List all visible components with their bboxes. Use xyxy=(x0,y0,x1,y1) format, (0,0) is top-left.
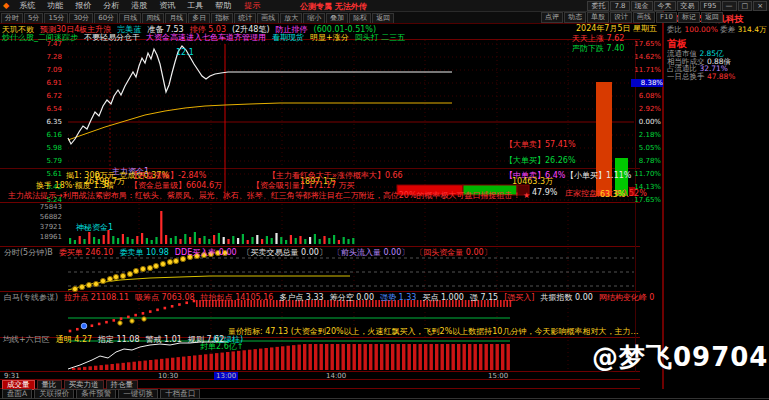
anno-row2-1: 63.3% xyxy=(600,190,625,199)
p1-annotation-12: 47.9% xyxy=(532,188,557,197)
info2-seg-5: 回头打 二三五 xyxy=(355,32,406,43)
panel4-indicator-header: 白马(专线参谋)拉升点 21108.11吸筹点 7063.08拉抬起点 1410… xyxy=(4,292,660,303)
pct-tick-2: 11.71% xyxy=(631,66,661,74)
pct-tick-0: 17.65% xyxy=(631,40,661,48)
p4-row2-seg-0: 均线+六日区 xyxy=(3,334,50,345)
p4-row2-seg-4: 规则 7.62 xyxy=(188,334,224,345)
price-tick-6: 6.35 xyxy=(2,118,62,126)
tab2-关联报价[interactable]: 关联报价 xyxy=(34,389,74,399)
vol-tick-3: 18961 xyxy=(2,233,62,241)
p4-header-seg-2: 吸筹点 7063.08 xyxy=(135,292,195,303)
pct-tick-9: 8.78% xyxy=(631,157,661,165)
weicha-value: 314.4万 xyxy=(738,25,767,34)
p3-header-seg-5: 〔前头流入量 0.00〕 xyxy=(333,247,409,258)
p3-header-seg-4: 〔买卖交易总量 0.00〕 xyxy=(243,247,327,258)
p1-annotation-5: 【大单卖】57.41% xyxy=(505,139,576,150)
weicha-label: 委差 xyxy=(720,25,735,34)
quote-metric-3: 一日总换手 47.88% xyxy=(667,72,767,82)
time-label-2[interactable]: 13:00 xyxy=(214,372,238,380)
anno-row2-0: 主力战法提示→利用战法紧密布局：红铁头、紫辰风、晨光、冰石、张琴、红三角等都将注… xyxy=(8,190,530,201)
p4-header-seg-11: 网结构变化峰 0 xyxy=(599,292,655,303)
time-label-0: 9:31 xyxy=(4,372,20,380)
pct-tick-1: 14.62% xyxy=(631,53,661,61)
window-title: 公测专属 无法外传 xyxy=(300,1,367,12)
panel3-indicator-header: 分时(5分钟)B委买单 246.10委卖单 10.98DDE买入率 0.00〔买… xyxy=(4,247,498,258)
trading-terminal-window: ◆ 系统功能报价分析港股资讯工具帮助 提示 委托7.8现金今天交易F95—□× … xyxy=(0,0,769,400)
p4-row2-seg-1: 通明 4.27 xyxy=(56,334,92,345)
toolbar-right-button-6[interactable]: 标记 xyxy=(678,12,700,23)
price-tick-5: 6.54 xyxy=(2,105,62,113)
price-tick-3: 6.91 xyxy=(2,79,62,87)
vol-tick-0: 75843 xyxy=(2,203,62,211)
price-tick-8: 5.98 xyxy=(2,144,62,152)
p4-header-seg-9: [强买入] xyxy=(504,292,534,303)
p4-header-seg-7: 买点 1.000 xyxy=(422,292,463,303)
weibi-value: 100.00% xyxy=(684,25,717,34)
p3-header-seg-1: 委买单 246.10 xyxy=(59,247,114,258)
pct-tick-8: 5.05% xyxy=(631,144,661,152)
toolbar-right-button-2[interactable]: 单股 xyxy=(587,12,609,23)
tab2-盘面A[interactable]: 盘面A xyxy=(2,389,32,399)
vol-tick-1: 56882 xyxy=(2,213,62,221)
info2-seg-1: 不要轻易分仓干 xyxy=(84,32,140,43)
p4-row2-seg-2: 指定 11.08 xyxy=(98,334,139,345)
tab2-一键切换[interactable]: 一键切换 xyxy=(118,389,158,399)
info2-seg-4: 明显+涨分 xyxy=(310,32,349,43)
p3-header-seg-2: 委卖单 10.98 xyxy=(119,247,168,258)
p4-header-seg-8: 强 7.15 xyxy=(470,292,498,303)
limit-down-label: 严防下跌 7.40 xyxy=(572,43,624,54)
info2-seg-3: 看期现货 xyxy=(272,32,304,43)
p1-annotation-11: 10463.3万 xyxy=(512,176,553,187)
panel-note-0: 量价指标: 47.13 (大资金到20%以上，火速红飘买入，飞到2%以上数据持1… xyxy=(228,326,638,337)
p3-header-seg-3: DDE买入率 0.00 xyxy=(175,247,237,258)
vol-tick-2: 37921 xyxy=(2,223,62,231)
price-tick-4: 6.72 xyxy=(2,92,62,100)
toolbar-right-button-5[interactable]: F10 xyxy=(656,12,677,23)
tab2-条件预警[interactable]: 条件预警 xyxy=(76,389,116,399)
toolbar-right-button-7[interactable]: 返回 xyxy=(701,12,723,23)
toolbar-right-button-4[interactable]: 画线 xyxy=(633,12,655,23)
weibi-label: 委比 xyxy=(667,25,682,34)
p4-header-seg-3: 拉抬起点 14105.16 xyxy=(201,292,274,303)
pct-tick-5: 2.92% xyxy=(631,105,661,113)
p4-header-seg-4: 多户点 3.33 xyxy=(279,292,323,303)
price-tick-1: 7.28 xyxy=(2,53,62,61)
p4-header-seg-6: 强势 1.33 xyxy=(380,292,416,303)
info2-seg-2: 大资金高速进入七色车道齐管理用 xyxy=(146,32,266,43)
bottom-tabs-function: 盘面A关联报价条件预警一键切换十档盘口 xyxy=(2,389,200,399)
pct-tick-4: 6.08% xyxy=(631,92,661,100)
p4-header-seg-10: 共振指数 0.00 xyxy=(540,292,592,303)
toolbar-right-button-3[interactable]: 设计 xyxy=(610,12,632,23)
quote-panel: 300245 天玑科技 委比 100.00% 委差 314.4万 首板 流通市值… xyxy=(663,11,769,389)
price-tick-2: 7.09 xyxy=(2,66,62,74)
toolbar-right-button-0[interactable]: 点评 xyxy=(541,12,563,23)
p4-header-seg-1: 拉升点 21108.11 xyxy=(64,292,129,303)
pct-tick-10: 11.70% xyxy=(631,170,661,178)
p1-annotation-8: 【小单买】1.11% xyxy=(566,170,631,181)
p1-annotation-6: 【大单买】26.26% xyxy=(505,155,576,166)
p4-row2-seg-3: 警戒 1.01 xyxy=(146,334,182,345)
pct-tick-6: 0.00% xyxy=(631,118,661,126)
p3-header-seg-0: 分时(5分钟)B xyxy=(4,247,53,258)
time-label-4: 15:00 xyxy=(488,372,508,380)
toolbar-right-buttons: 点评动态单股设计画线F10标记返回 xyxy=(540,12,723,23)
pct-tick-7: 2.18% xyxy=(631,131,661,139)
strategy-info-row-2: 炒什么股_二间迷踪步不要轻易分仓干大资金高速进入七色车道齐管理用看期现货明显+涨… xyxy=(2,32,411,43)
metric-value: 47.88% xyxy=(707,72,736,81)
p1-annotation-1: 神秘资金1 xyxy=(76,222,113,233)
p4-header-seg-0: 白马(专线参谋) xyxy=(4,292,58,303)
p3-header-seg-6: 〔回头资金量 0.00〕 xyxy=(415,247,491,258)
time-label-1: 10:30 xyxy=(158,372,178,380)
p4-header-seg-5: 筹分空 0.00 xyxy=(330,292,374,303)
tab2-十档盘口[interactable]: 十档盘口 xyxy=(160,389,200,399)
p1-annotation-2: 12.1 xyxy=(176,48,194,57)
metric-label: 一日总换手 xyxy=(667,72,707,81)
price-tick-10: 5.61 xyxy=(2,170,62,178)
time-label-3: 14:00 xyxy=(326,372,346,380)
watermark: @梦飞09704 xyxy=(592,340,768,375)
info2-seg-0: 炒什么股_二间迷踪步 xyxy=(2,32,78,43)
toolbar-right-button-1[interactable]: 动态 xyxy=(564,12,586,23)
pct-tick-3: 8.38% xyxy=(631,79,665,87)
panel4-second-row: 均线+六日区通明 4.27指定 11.08警戒 1.01规则 7.62 xyxy=(3,334,230,345)
price-tick-9: 5.79 xyxy=(2,157,62,165)
